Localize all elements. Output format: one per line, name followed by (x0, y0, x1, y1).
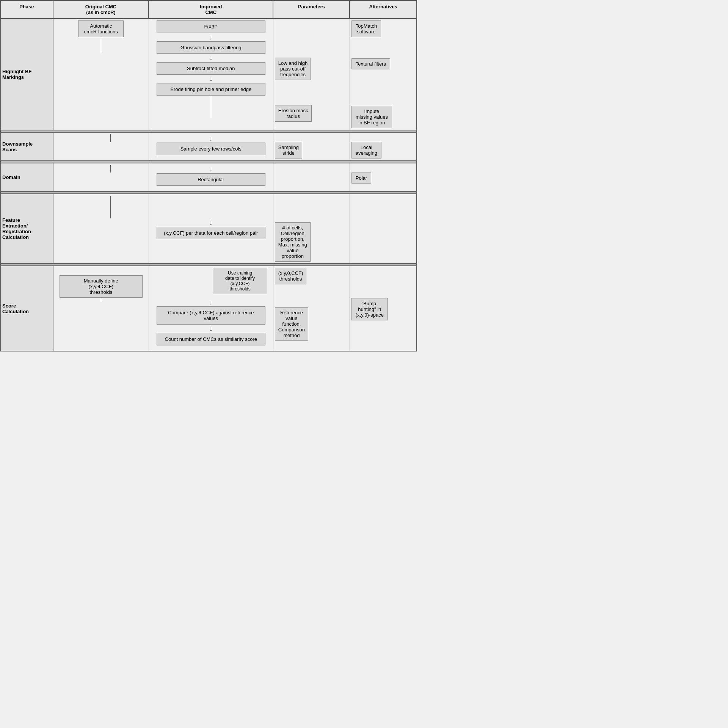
orig-cmc-header: Original CMC (as in cmcR) (53, 0, 149, 19)
feature-extraction-orig (53, 194, 149, 264)
score-calc-phase: ScoreCalculation (0, 266, 53, 351)
manually-define-box: Manually define(x,y,θ,CCF)thresholds (60, 275, 143, 298)
domain-row: Domain ↓ Rectangular Polar (0, 163, 417, 191)
rectangular-box: Rectangular (157, 173, 265, 186)
textural-filters-alt: Textural filters (351, 58, 390, 69)
erosion-mask-param: Erosion maskradius (275, 105, 312, 122)
downsample-orig (53, 132, 149, 161)
sampling-stride-param: Samplingstride (275, 142, 302, 158)
count-cmc-box: Count number of CMCs as similarity score (157, 333, 265, 345)
gaussian-box: Gaussian bandpass filtering (157, 41, 265, 54)
compare-box: Compare (x,y,θ,CCF) against reference va… (157, 306, 265, 325)
imp-cmc-header: Improved CMC (149, 0, 273, 19)
local-averaging-alt: Localaveraging (351, 142, 381, 158)
polar-alt: Polar (351, 173, 371, 184)
phase-header: Phase (0, 0, 53, 19)
score-calc-orig: Manually define(x,y,θ,CCF)thresholds (53, 266, 149, 351)
highlight-bf-params: Low and highpass cut-offfrequencies Eros… (273, 19, 350, 130)
domain-orig (53, 163, 149, 191)
highlight-bf-orig: AutomaticcmcR functions (53, 19, 149, 130)
erode-box: Erode firing pin hole and primer edge (157, 83, 265, 96)
downsample-phase: DownsampleScans (0, 132, 53, 161)
score-calculation-row: ScoreCalculation Manually define(x,y,θ,C… (0, 266, 417, 351)
subtract-box: Subtract fitted median (157, 62, 265, 75)
score-calc-imp: Use trainingdata to identify(x,y,CCF)thr… (149, 266, 273, 351)
highlight-bf-phase: Highlight BFMarkings (0, 19, 53, 130)
domain-imp: ↓ Rectangular (149, 163, 273, 191)
bump-hunting-alt: "Bump-hunting" in(x,y,θ)-space (351, 298, 388, 320)
flowchart-table: Phase Original CMC (as in cmcR) Improved… (0, 0, 417, 351)
score-calc-params: (x,y,θ,CCF)thresholds Referencevaluefunc… (273, 266, 350, 351)
feature-extraction-phase: FeatureExtraction/RegistrationCalculatio… (0, 194, 53, 264)
downsample-alts: Localaveraging (350, 132, 417, 161)
fix3p-box: FiX3P (157, 20, 265, 33)
feature-extraction-alts (350, 194, 417, 264)
feature-extraction-row: FeatureExtraction/RegistrationCalculatio… (0, 194, 417, 264)
domain-phase: Domain (0, 163, 53, 191)
params-header: Parameters (273, 0, 350, 19)
impute-alt: Imputemissing valuesin BF region (351, 106, 392, 128)
topmatch-alt: TopMatchsoftware (351, 20, 381, 37)
score-calc-alts: "Bump-hunting" in(x,y,θ)-space (350, 266, 417, 351)
downsample-imp: ↓ Sample every few rows/cols (149, 132, 273, 161)
domain-alts: Polar (350, 163, 417, 191)
downsample-params: Samplingstride (273, 132, 350, 161)
reference-value-param: Referencevaluefunction,Comparisonmethod (275, 307, 308, 341)
highlight-bf-row: Highlight BFMarkings AutomaticcmcR funct… (0, 19, 417, 130)
training-data-box: Use trainingdata to identify(x,y,CCF)thr… (213, 268, 267, 294)
auto-cmcr-box: AutomaticcmcR functions (78, 20, 124, 37)
highlight-bf-alts: TopMatchsoftware Textural filters Impute… (350, 19, 417, 130)
alt-header: Alternatives (350, 0, 417, 19)
cells-param: # of cells,Cell/regionproportion,Max. mi… (275, 222, 311, 262)
feature-extraction-params: # of cells,Cell/regionproportion,Max. mi… (273, 194, 350, 264)
feature-extraction-imp: ↓ (x,y,CCF) per theta for each cell/regi… (149, 194, 273, 264)
downsample-row: DownsampleScans ↓ Sample every few rows/… (0, 132, 417, 161)
low-high-pass-param: Low and highpass cut-offfrequencies (275, 58, 311, 80)
domain-params (273, 163, 350, 191)
sample-rows-box: Sample every few rows/cols (157, 143, 265, 155)
highlight-bf-imp: FiX3P ↓ Gaussian bandpass filtering ↓ Su… (149, 19, 273, 130)
xyccf-thresholds-param: (x,y,θ,CCF)thresholds (275, 268, 306, 284)
xy-ccf-box: (x,y,CCF) per theta for each cell/region… (157, 227, 265, 239)
